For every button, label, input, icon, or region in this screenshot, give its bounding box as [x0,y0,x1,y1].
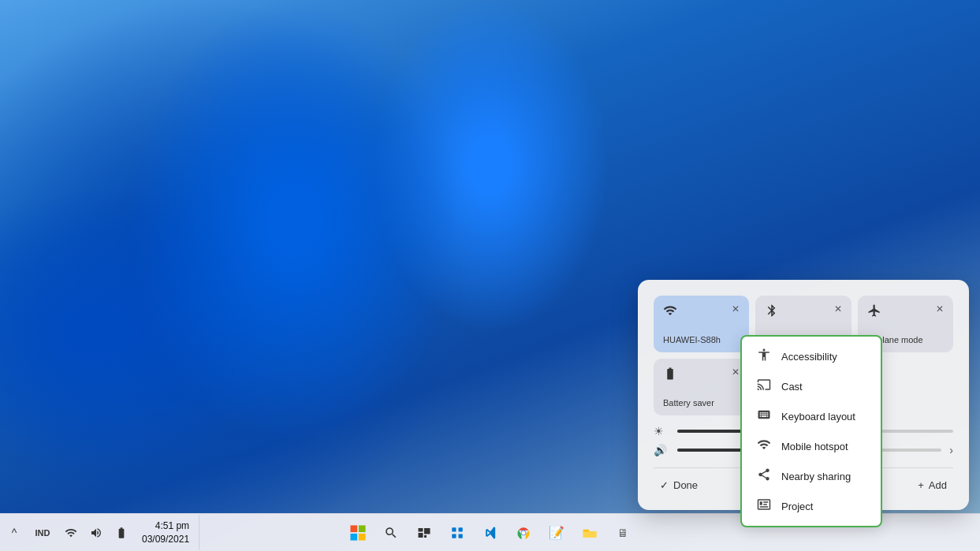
keyboard-layout-icon [756,408,772,425]
done-button[interactable]: ✓ Done [654,476,704,494]
search-taskbar-button[interactable] [375,517,407,549]
add-button[interactable]: + Add [911,476,953,494]
task-view-button[interactable] [408,517,440,549]
battery-saver-icon [663,367,677,385]
start-button[interactable] [342,517,374,549]
dropdown-item-mobile-hotspot[interactable]: Mobile hotspot [747,431,876,461]
notepad-taskbar-icon[interactable]: 📝 [541,517,572,549]
svg-rect-4 [452,527,456,531]
done-label: Done [673,479,698,491]
add-items-dropdown: Accessibility Cast Keyboard layout [740,335,882,527]
bluetooth-pin-icon[interactable]: ✕ [834,303,842,315]
project-label: Project [781,501,813,512]
cast-label: Cast [781,381,803,393]
tray-wifi-icon[interactable] [60,522,82,544]
project-icon [756,497,772,515]
nearby-sharing-icon [756,467,772,485]
tray-chevron[interactable]: ^ [3,522,25,544]
battery-saver-label: Battery saver [663,398,714,408]
keyboard-layout-label: Keyboard layout [781,411,855,423]
taskbar-center: 📝 🖥 [342,517,639,549]
mobile-hotspot-label: Mobile hotspot [781,441,848,452]
wifi-icon [663,303,677,322]
volume-expand-arrow[interactable]: › [949,444,953,456]
dropdown-item-project[interactable]: Project [747,491,876,521]
desktop: ✕ HUAWEI-S88h ✕ Not connected [0,0,980,551]
accessibility-label: Accessibility [781,351,837,363]
battery-saver-tile-header: ✕ [663,367,740,385]
battery-saver-tile[interactable]: ✕ Battery saver [654,359,749,415]
quick-settings-panel: ✕ HUAWEI-S88h ✕ Not connected [638,280,969,510]
bluetooth-tile-header: ✕ [765,303,841,322]
clock[interactable]: 4:51 pm 03/09/2021 [136,514,196,551]
svg-rect-0 [350,525,357,532]
dropdown-item-nearby-sharing[interactable]: Nearby sharing [747,461,876,491]
wifi-label: HUAWEI-S88h [663,335,721,344]
widgets-button[interactable] [442,517,473,549]
language-text: IND [35,528,50,538]
vscode-taskbar-icon[interactable] [475,517,506,549]
svg-rect-6 [452,534,456,538]
mobile-hotspot-icon [756,437,772,455]
wifi-pin-icon[interactable]: ✕ [732,303,740,315]
system-tray: ^ IND 4:51 pm 03/09/2021 [0,514,214,551]
add-plus-icon: + [918,479,924,491]
clock-date: 03/09/2021 [142,533,189,546]
svg-rect-3 [358,533,365,540]
notification-area[interactable] [199,514,211,551]
svg-rect-1 [358,525,365,532]
dropdown-item-accessibility[interactable]: Accessibility [747,341,876,371]
cast-icon [756,378,772,395]
done-checkmark-icon: ✓ [660,479,669,491]
battery-pin-icon[interactable]: ✕ [732,367,740,378]
airplane-tile-header: ✕ [867,303,944,322]
svg-rect-5 [458,527,462,531]
svg-rect-7 [458,534,462,538]
wifi-tile-header: ✕ [663,303,740,322]
shortcut-taskbar-icon[interactable]: 🖥 [607,517,639,549]
bluetooth-icon [765,303,779,322]
chrome-taskbar-icon[interactable] [508,517,539,549]
wifi-tile[interactable]: ✕ HUAWEI-S88h [654,296,749,352]
volume-icon: 🔊 [654,444,669,456]
explorer-taskbar-icon[interactable] [574,517,606,549]
clock-time: 4:51 pm [155,519,189,533]
svg-rect-2 [350,533,357,540]
add-label: Add [929,479,947,491]
tray-volume-icon[interactable] [85,522,107,544]
dropdown-item-keyboard-layout[interactable]: Keyboard layout [747,401,876,431]
svg-point-9 [521,531,525,534]
accessibility-icon [756,348,772,365]
nearby-sharing-label: Nearby sharing [781,471,851,482]
airplane-icon [867,303,881,322]
airplane-pin-icon[interactable]: ✕ [936,303,944,315]
dropdown-item-cast[interactable]: Cast [747,371,876,401]
brightness-icon: ☀ [654,425,669,437]
tray-battery-icon[interactable] [110,522,132,544]
language-indicator[interactable]: IND [28,522,57,544]
